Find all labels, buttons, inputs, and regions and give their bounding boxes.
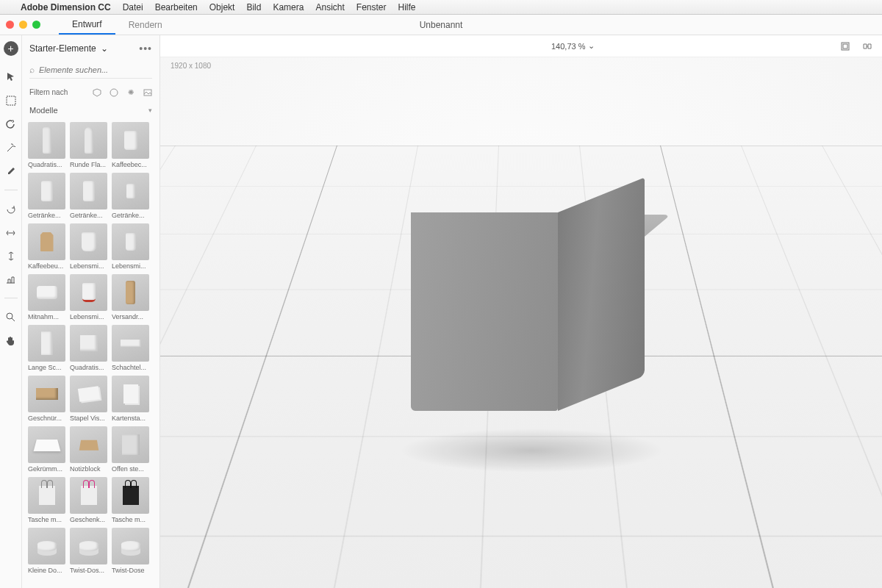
menu-bearbeiten[interactable]: Bearbeiten <box>155 2 198 12</box>
snap-toggle-icon[interactable] <box>861 40 873 52</box>
asset-grid: Quadratis... Runde Fla... Kaffeebec... G… <box>22 119 159 588</box>
tool-rail: + <box>0 35 22 588</box>
maximize-window-button[interactable] <box>32 21 40 29</box>
category-label: Modelle <box>29 106 58 115</box>
minimize-window-button[interactable] <box>19 21 27 29</box>
filter-label: Filtern nach <box>29 88 68 96</box>
svg-rect-5 <box>843 44 847 49</box>
filter-images-icon[interactable] <box>143 87 152 97</box>
asset-item[interactable]: Stapel Vis... <box>70 376 107 422</box>
canvas-area: 140,73 % ⌄ 1920 x 1080 <box>160 35 882 588</box>
viewport[interactable]: 1920 x 1080 <box>160 57 882 588</box>
asset-item[interactable]: Notizblock <box>70 426 107 473</box>
zoom-value: 140,73 % <box>551 42 585 51</box>
canvas-topbar: 140,73 % ⌄ <box>160 35 882 57</box>
assets-more-icon[interactable]: ••• <box>139 43 152 54</box>
app-name[interactable]: Adobe Dimension CC <box>21 2 111 12</box>
tool-divider <box>4 190 18 190</box>
eyedropper-tool-icon[interactable] <box>4 165 18 178</box>
hand-tool-icon[interactable] <box>4 334 18 347</box>
svg-rect-0 <box>7 96 15 105</box>
menu-datei[interactable]: Datei <box>123 2 143 12</box>
close-window-button[interactable] <box>6 21 14 29</box>
asset-item[interactable]: Getränke... <box>112 173 149 219</box>
move-vertical-tool-icon[interactable] <box>4 249 18 262</box>
rotate-tool-icon[interactable] <box>4 202 18 215</box>
asset-item[interactable]: Geschenk... <box>70 477 107 523</box>
asset-item[interactable]: Twist-Dose <box>112 528 149 574</box>
assets-dropdown[interactable]: Starter-Elemente ⌄ <box>29 43 108 54</box>
category-header[interactable]: Modelle ▾ <box>22 101 159 119</box>
asset-item[interactable]: Gekrümm... <box>28 426 65 473</box>
menu-objekt[interactable]: Objekt <box>209 2 235 12</box>
asset-item[interactable]: Mitnahm... <box>28 274 65 320</box>
search-input[interactable] <box>39 65 152 74</box>
mode-tabs: Entwurf Rendern <box>59 15 176 35</box>
asset-item[interactable]: Runde Fla... <box>70 122 107 168</box>
bounds-toggle-icon[interactable] <box>839 40 851 52</box>
asset-item[interactable]: Lebensmi... <box>112 223 149 270</box>
app-window: Entwurf Rendern Unbenannt + S <box>0 15 882 588</box>
tab-rendern[interactable]: Rendern <box>115 15 176 35</box>
asset-item[interactable]: Tasche m... <box>28 477 65 523</box>
object-shadow <box>399 429 664 473</box>
asset-item[interactable]: Lebensmi... <box>70 223 107 270</box>
search-box[interactable]: ⌕ <box>29 62 152 79</box>
menu-kamera[interactable]: Kamera <box>273 2 304 12</box>
menu-bild[interactable]: Bild <box>246 2 261 12</box>
tab-entwurf[interactable]: Entwurf <box>59 15 115 35</box>
traffic-lights <box>6 21 40 29</box>
filter-lights-icon[interactable]: ✺ <box>126 87 135 97</box>
chevron-down-icon: ▾ <box>148 107 152 114</box>
document-title: Unbenannt <box>420 20 463 30</box>
orbit-tool-icon[interactable] <box>4 118 18 131</box>
svg-point-1 <box>7 313 12 319</box>
filter-materials-icon[interactable] <box>109 87 118 97</box>
select-tool-icon[interactable] <box>4 71 18 84</box>
filter-models-icon[interactable] <box>92 87 101 97</box>
menu-ansicht[interactable]: Ansicht <box>315 2 344 12</box>
asset-item[interactable]: Kleine Do... <box>28 528 65 574</box>
chevron-down-icon: ⌄ <box>588 41 595 51</box>
asset-item[interactable]: Geschnür... <box>28 376 65 422</box>
asset-item[interactable]: Quadratis... <box>28 122 65 168</box>
marquee-tool-icon[interactable] <box>4 94 18 107</box>
asset-item[interactable]: Offen ste... <box>112 426 149 473</box>
asset-item[interactable]: Versandr... <box>112 274 149 320</box>
asset-item[interactable]: Getränke... <box>70 173 107 219</box>
align-tool-icon[interactable] <box>4 273 18 286</box>
mac-menubar: Adobe Dimension CC Datei Bearbeiten Obje… <box>0 0 882 15</box>
asset-item[interactable]: Twist-Dos... <box>70 528 107 574</box>
canvas-dimensions: 1920 x 1080 <box>171 62 211 70</box>
asset-item[interactable]: Schachtel... <box>112 325 149 371</box>
asset-item[interactable]: Kaffeebeu... <box>28 223 65 270</box>
zoom-tool-icon[interactable] <box>4 310 18 323</box>
zoom-dropdown[interactable]: 140,73 % ⌄ <box>551 41 595 51</box>
titlebar: Entwurf Rendern Unbenannt <box>0 15 882 35</box>
assets-panel: Starter-Elemente ⌄ ••• ⌕ Filtern nach ✺ <box>22 35 160 588</box>
search-icon: ⌕ <box>29 65 35 75</box>
asset-item[interactable]: Kaffeebec... <box>112 122 149 168</box>
cube-object[interactable] <box>411 202 631 423</box>
asset-item[interactable]: Lebensmi... <box>70 274 107 320</box>
menu-fenster[interactable]: Fenster <box>356 2 387 12</box>
tool-divider <box>4 298 18 298</box>
chevron-down-icon: ⌄ <box>101 43 108 54</box>
asset-item[interactable]: Lange Sc... <box>28 325 65 371</box>
add-button[interactable]: + <box>4 41 18 56</box>
menu-hilfe[interactable]: Hilfe <box>398 2 416 12</box>
assets-dropdown-label: Starter-Elemente <box>29 43 96 54</box>
svg-point-2 <box>110 89 118 96</box>
asset-item[interactable]: Tasche m... <box>112 477 149 523</box>
asset-item[interactable]: Quadratis... <box>70 325 107 371</box>
move-horizontal-tool-icon[interactable] <box>4 226 18 239</box>
asset-item[interactable]: Getränke... <box>28 173 65 219</box>
magic-wand-tool-icon[interactable] <box>4 141 18 154</box>
asset-item[interactable]: Kartensta... <box>112 376 149 422</box>
